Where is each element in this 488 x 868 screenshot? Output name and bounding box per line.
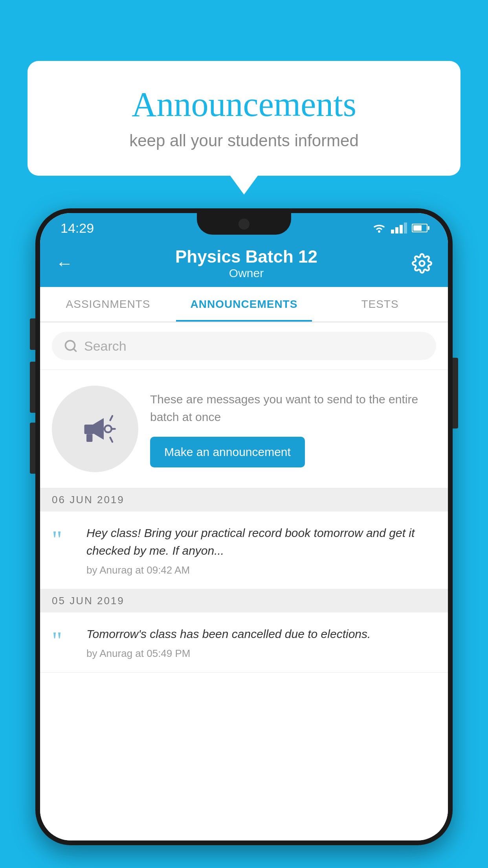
svg-rect-4	[84, 425, 94, 434]
search-container: Search	[40, 322, 448, 370]
battery-fill	[413, 225, 422, 231]
announcement-content-2: Tomorrow's class has been cancelled due …	[86, 625, 436, 660]
quote-icon-1: "	[52, 527, 75, 552]
phone-notch	[197, 213, 291, 235]
svg-point-0	[378, 230, 380, 233]
promo-card: These are messages you want to send to t…	[40, 370, 448, 488]
announcement-meta-2: by Anurag at 05:49 PM	[86, 647, 436, 660]
megaphone-icon	[73, 407, 117, 451]
volume-down-button	[30, 423, 35, 474]
side-button-right	[453, 358, 458, 428]
settings-icon[interactable]	[412, 253, 432, 274]
promo-content: These are messages you want to send to t…	[150, 390, 436, 467]
app-bar: ← Physics Batch 12 Owner	[40, 240, 448, 287]
announcement-item-1[interactable]: " Hey class! Bring your practical record…	[40, 511, 448, 589]
promo-text: These are messages you want to send to t…	[150, 390, 436, 426]
tab-announcements[interactable]: ANNOUNCEMENTS	[176, 287, 312, 322]
speech-bubble: Announcements keep all your students inf…	[28, 61, 460, 176]
svg-line-9	[110, 438, 113, 442]
bubble-title: Announcements	[59, 85, 429, 124]
announcement-text-1: Hey class! Bring your practical record b…	[86, 524, 436, 559]
power-button	[30, 318, 35, 350]
search-box[interactable]: Search	[52, 332, 436, 360]
promo-icon-circle	[52, 386, 138, 472]
bubble-subtitle: keep all your students informed	[59, 131, 429, 150]
signal-bar-1	[391, 230, 394, 234]
announcement-item-2[interactable]: " Tomorrow's class has been cancelled du…	[40, 612, 448, 673]
announcement-content-1: Hey class! Bring your practical record b…	[86, 524, 436, 576]
svg-point-6	[105, 425, 112, 432]
status-icons	[372, 223, 427, 234]
phone-frame: 14:29	[35, 208, 453, 868]
app-bar-title: Physics Batch 12	[81, 247, 412, 267]
tab-assignments[interactable]: ASSIGNMENTS	[40, 287, 176, 322]
status-time: 14:29	[61, 221, 94, 236]
signal-bars	[391, 223, 407, 234]
wifi-icon	[372, 223, 386, 234]
date-separator-2: 05 JUN 2019	[40, 589, 448, 612]
make-announcement-button[interactable]: Make an announcement	[150, 437, 305, 467]
signal-bar-4	[404, 223, 407, 234]
phone-screen: 14:29	[40, 213, 448, 840]
screen-content: Search	[40, 322, 448, 840]
tab-tests[interactable]: TESTS	[312, 287, 448, 322]
svg-line-7	[110, 416, 113, 420]
svg-rect-5	[86, 434, 92, 442]
search-placeholder: Search	[84, 338, 127, 354]
quote-icon-2: "	[52, 628, 75, 653]
phone-body: 14:29	[35, 208, 453, 845]
svg-line-3	[73, 349, 76, 351]
announcement-text-2: Tomorrow's class has been cancelled due …	[86, 625, 436, 643]
battery-icon	[412, 224, 427, 232]
search-icon	[64, 339, 78, 353]
volume-up-button	[30, 362, 35, 413]
front-camera	[238, 219, 250, 230]
tabs-bar: ASSIGNMENTS ANNOUNCEMENTS TESTS	[40, 287, 448, 322]
app-bar-subtitle: Owner	[81, 267, 412, 280]
signal-bar-3	[400, 225, 403, 234]
date-separator-1: 06 JUN 2019	[40, 488, 448, 511]
app-bar-title-area: Physics Batch 12 Owner	[81, 247, 412, 280]
svg-point-1	[420, 261, 425, 266]
signal-bar-2	[395, 227, 398, 234]
speech-bubble-container: Announcements keep all your students inf…	[28, 61, 460, 176]
announcement-meta-1: by Anurag at 09:42 AM	[86, 564, 436, 576]
back-button[interactable]: ←	[56, 254, 73, 273]
